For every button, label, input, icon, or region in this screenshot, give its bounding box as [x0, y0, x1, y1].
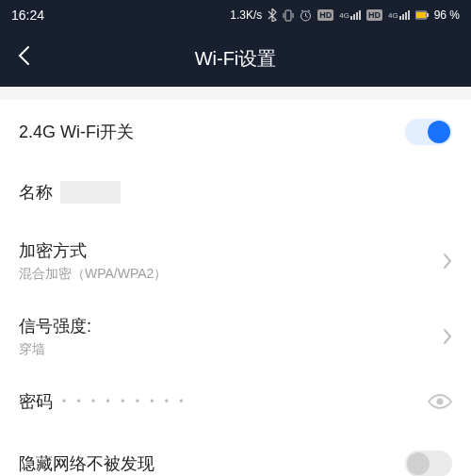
hide-network-label: 隐藏网络不被发现: [19, 452, 154, 475]
back-button[interactable]: [17, 45, 30, 72]
password-label: 密码: [19, 390, 53, 413]
wifi-name-value: [60, 181, 121, 204]
battery-percent: 96 %: [434, 8, 460, 22]
wifi-name-label: 名称: [19, 181, 53, 204]
wifi-switch-label: 2.4G Wi-Fi开关: [19, 121, 134, 143]
signal-1: 4G: [339, 10, 361, 20]
svg-point-5: [437, 399, 444, 405]
header: Wi-Fi设置: [0, 30, 471, 87]
svg-rect-0: [285, 10, 291, 21]
settings-content: 2.4G Wi-Fi开关 名称 加密方式 混合加密（WPA/WPA2） 信号强度…: [0, 100, 471, 476]
alarm-icon: [300, 9, 312, 22]
signal-2: 4G: [388, 10, 410, 20]
section-gap: [0, 87, 471, 100]
wifi-name-row[interactable]: 名称: [19, 164, 452, 221]
status-time: 16:24: [11, 8, 44, 23]
page-title: Wi-Fi设置: [0, 46, 471, 72]
signal-row[interactable]: 信号强度: 穿墙: [19, 302, 452, 371]
encryption-row[interactable]: 加密方式 混合加密（WPA/WPA2）: [19, 221, 452, 302]
signal-value: 穿墙: [19, 341, 91, 358]
wifi-switch-row[interactable]: 2.4G Wi-Fi开关: [19, 100, 452, 164]
chevron-right-icon: [443, 253, 452, 270]
hide-network-toggle[interactable]: [405, 451, 452, 476]
eye-icon[interactable]: [428, 393, 452, 410]
network-speed: 1.3K/s: [230, 8, 262, 22]
bluetooth-icon: [268, 8, 277, 22]
status-right: 1.3K/s HD 4G HD 4G 96 %: [230, 8, 460, 22]
svg-rect-4: [427, 13, 429, 17]
signal-label: 信号强度:: [19, 315, 91, 337]
password-mask: • • • • • • • • •: [62, 395, 187, 408]
chevron-right-icon: [443, 328, 452, 345]
wifi-switch-toggle[interactable]: [405, 119, 452, 145]
battery-icon: [415, 9, 429, 21]
svg-rect-3: [416, 12, 426, 18]
hd-badge-2: HD: [366, 9, 382, 21]
hd-badge-1: HD: [317, 9, 333, 21]
encryption-value: 混合加密（WPA/WPA2）: [19, 266, 167, 283]
hide-network-row[interactable]: 隐藏网络不被发现: [19, 432, 452, 476]
vibrate-icon: [283, 9, 294, 22]
encryption-label: 加密方式: [19, 239, 167, 262]
status-bar: 16:24 1.3K/s HD 4G HD 4G 96 %: [0, 0, 471, 30]
password-row[interactable]: 密码 • • • • • • • • •: [19, 371, 452, 432]
